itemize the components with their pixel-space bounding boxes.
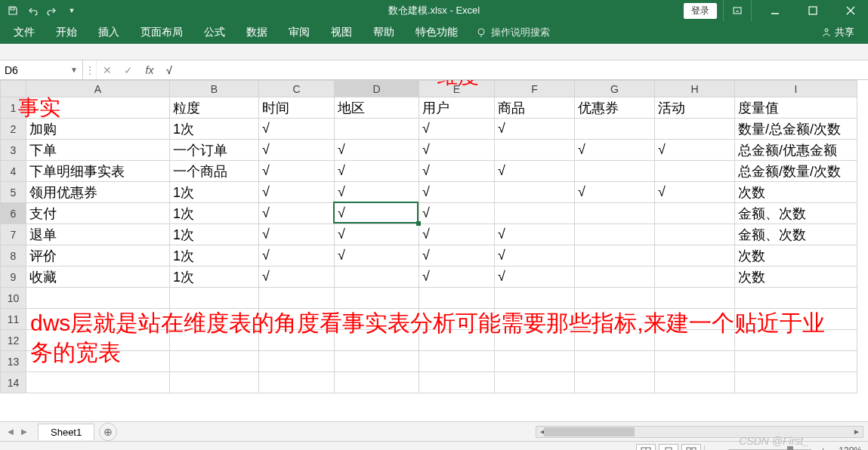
cell-F13[interactable] [495,351,575,372]
cell-A6[interactable]: 支付 [26,203,170,224]
tab-insert[interactable]: 插入 [88,21,130,44]
zoom-out-button[interactable]: − [704,445,719,451]
cell-F12[interactable] [495,330,575,351]
cell-G9[interactable] [575,267,655,288]
cell-G3[interactable]: √ [575,140,655,161]
cell-H1[interactable]: 活动 [655,97,735,119]
add-sheet-button[interactable]: ⊕ [99,423,117,441]
name-box-dropdown-icon[interactable]: ▼ [70,66,78,74]
cell-B9[interactable]: 1次 [170,267,259,288]
cell-F9[interactable]: √ [495,267,575,288]
cell-D10[interactable] [335,288,419,309]
cell-B1[interactable]: 粒度 [170,97,259,119]
cell-B10[interactable] [170,288,259,309]
row-header-11[interactable]: 11 [1,309,26,330]
sheet-nav-prev-icon[interactable]: ◄ [5,426,17,438]
row-header-6[interactable]: 6 [1,203,26,224]
cell-H13[interactable] [655,351,735,372]
cell-A7[interactable]: 退单 [26,224,170,245]
cell-C4[interactable]: √ [259,161,335,182]
cell-C8[interactable]: √ [259,245,335,267]
cell-I5[interactable]: 次数 [735,182,857,203]
view-pagebreak-icon[interactable] [681,444,701,451]
cell-B3[interactable]: 一个订单 [170,140,259,161]
cell-E3[interactable]: √ [419,140,495,161]
cell-D2[interactable] [335,119,419,140]
cell-G11[interactable] [575,309,655,330]
cell-A13[interactable] [26,351,170,372]
cell-F10[interactable] [495,288,575,309]
ribbon-options-icon[interactable] [723,0,752,21]
cell-H3[interactable]: √ [655,140,735,161]
row-header-1[interactable]: 1 [1,97,26,119]
row-header-8[interactable]: 8 [1,245,26,267]
col-header-D[interactable]: D [335,81,419,97]
cell-H5[interactable]: √ [655,182,735,203]
cell-I3[interactable]: 总金额/优惠金额 [735,140,857,161]
tab-file[interactable]: 文件 [3,21,45,44]
row-header-2[interactable]: 2 [1,119,26,140]
cell-B12[interactable] [170,330,259,351]
cell-B13[interactable] [170,351,259,372]
enter-icon[interactable]: ✓ [118,60,139,79]
tab-formulas[interactable]: 公式 [193,21,236,44]
cell-A8[interactable]: 评价 [26,245,170,267]
cell-E13[interactable] [419,351,495,372]
cell-G10[interactable] [575,288,655,309]
cell-F4[interactable]: √ [495,161,575,182]
cell-C6[interactable]: √ [259,203,335,224]
fx-icon[interactable]: fx [139,60,160,79]
cell-H10[interactable] [655,288,735,309]
cell-E2[interactable]: √ [419,119,495,140]
cell-C12[interactable] [259,330,335,351]
cell-G7[interactable] [575,224,655,245]
cell-D1[interactable]: 地区 [335,97,419,119]
row-header-14[interactable]: 14 [1,372,26,393]
cell-A3[interactable]: 下单 [26,140,170,161]
cell-I13[interactable] [735,351,857,372]
view-normal-icon[interactable] [636,444,656,451]
cell-B14[interactable] [170,372,259,393]
cell-C13[interactable] [259,351,335,372]
cell-F1[interactable]: 商品 [495,97,575,119]
cell-G6[interactable] [575,203,655,224]
cell-F3[interactable] [495,140,575,161]
cell-F6[interactable] [495,203,575,224]
cell-F11[interactable] [495,309,575,330]
hscroll-right-icon[interactable]: ► [851,427,863,437]
cell-I9[interactable]: 次数 [735,267,857,288]
cell-G12[interactable] [575,330,655,351]
cell-H6[interactable] [655,203,735,224]
cell-D6[interactable]: √ [335,203,419,224]
cell-A11[interactable] [26,309,170,330]
sheet-tab-active[interactable]: Sheet1 [38,424,94,440]
cell-I4[interactable]: 总金额/数量/次数 [735,161,857,182]
cell-E10[interactable] [419,288,495,309]
cell-E11[interactable] [419,309,495,330]
cell-F7[interactable]: √ [495,224,575,245]
cell-A5[interactable]: 领用优惠券 [26,182,170,203]
close-button[interactable] [833,0,868,21]
cell-G4[interactable] [575,161,655,182]
cell-H7[interactable] [655,224,735,245]
row-header-5[interactable]: 5 [1,182,26,203]
cell-B5[interactable]: 1次 [170,182,259,203]
cell-D12[interactable] [335,330,419,351]
view-pagelayout-icon[interactable] [659,444,678,451]
cell-B2[interactable]: 1次 [170,119,259,140]
cell-E12[interactable] [419,330,495,351]
col-header-B[interactable]: B [170,81,259,97]
cell-B7[interactable]: 1次 [170,224,259,245]
cell-E5[interactable]: √ [419,182,495,203]
col-header-G[interactable]: G [575,81,655,97]
cell-D14[interactable] [335,372,419,393]
cell-D7[interactable]: √ [335,224,419,245]
tab-view[interactable]: 视图 [320,21,363,44]
cell-H14[interactable] [655,372,735,393]
tab-help[interactable]: 帮助 [363,21,405,44]
cell-H2[interactable] [655,119,735,140]
col-header-C[interactable]: C [259,81,335,97]
cell-A4[interactable]: 下单明细事实表 [26,161,170,182]
cell-I8[interactable]: 次数 [735,245,857,267]
cell-C10[interactable] [259,288,335,309]
